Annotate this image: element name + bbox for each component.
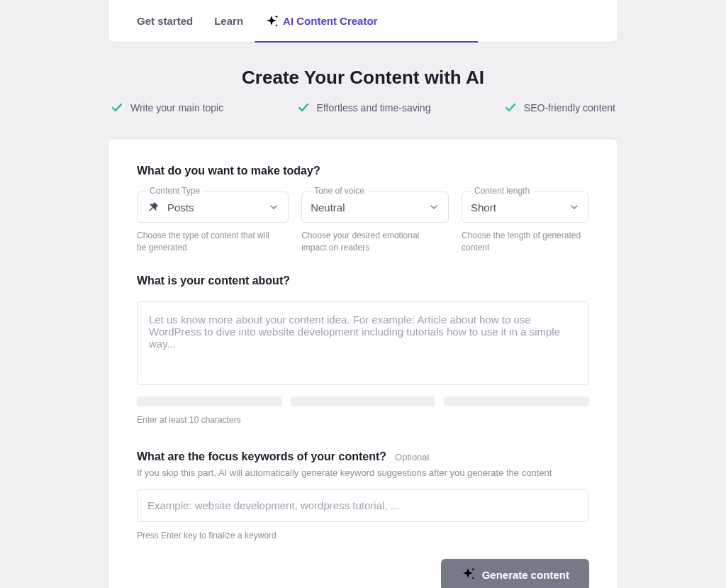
field-helper: Choose the type of content that will be … bbox=[137, 230, 272, 255]
field-label: Content length bbox=[470, 186, 534, 196]
tone-select[interactable]: Tone of voice Neutral bbox=[301, 192, 449, 223]
benefits-row: Write your main topic Effortless and tim… bbox=[108, 101, 618, 114]
page-title: Create Your Content with AI bbox=[108, 67, 618, 89]
check-icon bbox=[297, 101, 310, 114]
optional-label: Optional bbox=[395, 452, 429, 462]
benefit-label: SEO-friendly content bbox=[524, 102, 615, 113]
tab-label: Learn bbox=[214, 15, 243, 27]
field-helper: Choose the length of generated content bbox=[462, 230, 589, 255]
form-card: What do you want to make today? Content … bbox=[108, 138, 618, 588]
keywords-heading-row: What are the focus keywords of your cont… bbox=[137, 450, 589, 463]
section-heading-about: What is your content about? bbox=[137, 274, 589, 287]
skeleton-placeholder bbox=[137, 396, 282, 406]
keywords-input[interactable] bbox=[137, 489, 589, 522]
button-label: Generate content bbox=[482, 569, 569, 581]
suggestion-skeletons bbox=[137, 396, 589, 406]
tab-get-started[interactable]: Get started bbox=[137, 0, 193, 42]
sparkles-icon bbox=[461, 567, 475, 583]
field-value: Posts bbox=[167, 201, 268, 213]
tone-column: Tone of voice Neutral Choose your desire… bbox=[301, 192, 449, 255]
tab-ai-content-creator[interactable]: AI Content Creator bbox=[264, 0, 377, 42]
chevron-down-icon bbox=[268, 201, 279, 213]
pin-icon bbox=[146, 200, 160, 214]
tab-learn[interactable]: Learn bbox=[214, 0, 243, 42]
field-value: Short bbox=[471, 201, 569, 213]
field-value: Neutral bbox=[311, 201, 428, 213]
sparkles-icon bbox=[264, 14, 279, 28]
options-row: Content Type Posts Choose the type of co… bbox=[137, 192, 589, 255]
button-row: Generate content bbox=[137, 559, 589, 588]
section-heading-options: What do you want to make today? bbox=[137, 165, 589, 177]
check-icon bbox=[504, 101, 517, 114]
content-idea-textarea[interactable] bbox=[137, 301, 589, 385]
hero: Create Your Content with AI Write your m… bbox=[108, 67, 618, 114]
idea-hint: Enter at least 10 characters bbox=[137, 415, 589, 425]
content-type-select[interactable]: Content Type Posts bbox=[137, 192, 289, 223]
tab-label: Get started bbox=[137, 15, 193, 27]
chevron-down-icon bbox=[569, 201, 580, 213]
skeleton-placeholder bbox=[291, 396, 436, 406]
benefit-item: Write your main topic bbox=[111, 101, 223, 114]
benefit-item: Effortless and time-saving bbox=[297, 101, 431, 114]
field-label: Tone of voice bbox=[310, 186, 369, 196]
length-column: Content length Short Choose the length o… bbox=[462, 192, 589, 255]
tab-label: AI Content Creator bbox=[283, 15, 377, 27]
length-select[interactable]: Content length Short bbox=[462, 192, 589, 223]
chevron-down-icon bbox=[428, 201, 440, 213]
keywords-hint: Press Enter key to finalize a keyword bbox=[137, 531, 589, 540]
benefit-label: Write your main topic bbox=[130, 102, 223, 113]
keywords-description: If you skip this part, AI will automatic… bbox=[137, 467, 589, 478]
section-heading-keywords: What are the focus keywords of your cont… bbox=[137, 450, 386, 463]
field-helper: Choose your desired emotional impact on … bbox=[301, 230, 436, 255]
field-label: Content Type bbox=[145, 186, 204, 196]
tabs-bar: Get started Learn AI Content Creator bbox=[108, 0, 618, 43]
generate-content-button[interactable]: Generate content bbox=[441, 559, 589, 588]
check-icon bbox=[111, 101, 123, 114]
content-type-column: Content Type Posts Choose the type of co… bbox=[137, 192, 289, 255]
benefit-item: SEO-friendly content bbox=[504, 101, 615, 114]
benefit-label: Effortless and time-saving bbox=[317, 102, 431, 113]
skeleton-placeholder bbox=[444, 396, 589, 406]
